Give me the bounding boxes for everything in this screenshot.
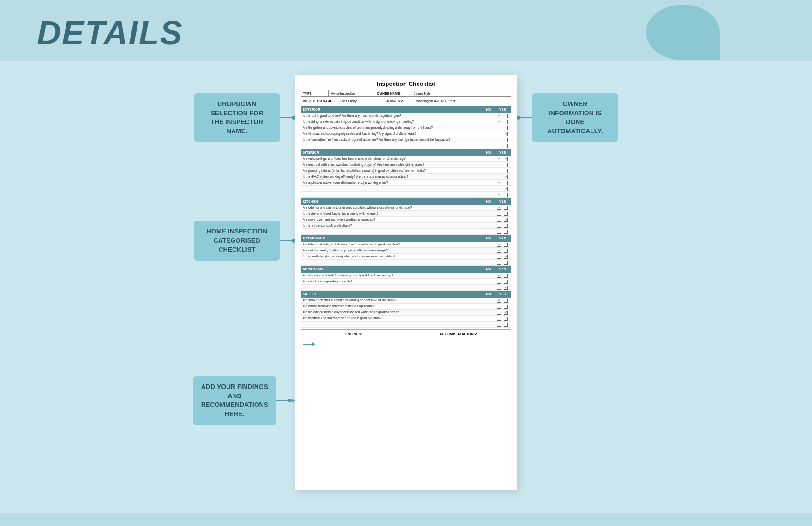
- owner-label: OWNER NAME:: [375, 90, 412, 96]
- yes-checkbox[interactable]: [504, 311, 508, 315]
- check-question: Are cabinets and countertops in good con…: [303, 206, 496, 209]
- yes-checkbox[interactable]: [504, 138, 508, 142]
- check-row: Are toilets, bathtubs, and showers free …: [301, 242, 511, 248]
- no-checkbox[interactable]: [497, 157, 501, 161]
- findings-label: ADD YOUR FINDINGS AND RECOMMENDATIONS HE…: [193, 376, 276, 425]
- check-question: Are electrical outlets and switches func…: [303, 163, 496, 167]
- yes-checkbox[interactable]: [504, 206, 508, 210]
- no-checkbox[interactable]: [497, 144, 501, 148]
- no-col-header: NO: [482, 267, 496, 271]
- yes-checkbox[interactable]: [504, 249, 508, 253]
- no-checkbox[interactable]: [497, 163, 501, 167]
- no-checkbox[interactable]: [497, 132, 501, 136]
- section-header-kitchen: KITCHEN NO YES: [301, 198, 511, 205]
- yes-checkbox[interactable]: [504, 181, 508, 185]
- section-name: BEDROOMS: [303, 267, 482, 271]
- yes-checkbox[interactable]: [504, 274, 508, 278]
- header-decoration: [646, 5, 720, 60]
- check-row: [301, 285, 511, 291]
- no-checkbox[interactable]: [497, 175, 501, 179]
- yes-checkbox[interactable]: [504, 175, 508, 179]
- check-question: Are appliances (stove, oven, dishwasher,…: [303, 181, 496, 185]
- yes-checkbox[interactable]: [504, 317, 508, 321]
- arrow-findings: [292, 398, 295, 403]
- no-checkbox[interactable]: [497, 317, 501, 321]
- no-checkbox[interactable]: [497, 261, 501, 265]
- no-checkbox[interactable]: [497, 280, 501, 284]
- no-checkbox[interactable]: [497, 243, 501, 247]
- no-checkbox[interactable]: [497, 187, 501, 191]
- yes-checkbox[interactable]: [504, 261, 508, 265]
- no-checkbox[interactable]: [497, 138, 501, 142]
- no-checkbox[interactable]: [497, 323, 501, 327]
- doc-title: Inspection Checklist: [301, 80, 511, 87]
- connector-line2: [280, 240, 292, 241]
- no-checkbox[interactable]: [497, 255, 501, 259]
- findings-cell: FINDINGS:: [301, 330, 406, 364]
- no-checkbox[interactable]: [497, 120, 501, 124]
- check-row: Is the refrigerator cooling effectively?: [301, 223, 511, 229]
- no-checkbox[interactable]: [497, 311, 501, 315]
- yes-checkbox[interactable]: [504, 157, 508, 161]
- section-header-bedrooms: BEDROOMS NO YES: [301, 266, 511, 273]
- address-label: ADDRESS:: [384, 98, 414, 104]
- yes-checkbox[interactable]: [504, 323, 508, 327]
- no-checkbox[interactable]: [497, 212, 501, 216]
- no-checkbox[interactable]: [497, 286, 501, 290]
- dropdown-label: DROPDOWN SELECTION FOR THE INSPECTOR NAM…: [194, 93, 280, 142]
- no-checkbox[interactable]: [497, 305, 501, 309]
- check-question: Is the refrigerator cooling effectively?: [303, 224, 496, 227]
- recommendations-header: RECOMMENDATIONS:: [408, 332, 509, 337]
- yes-checkbox[interactable]: [504, 218, 508, 222]
- no-checkbox[interactable]: [497, 274, 501, 278]
- no-checkbox[interactable]: [497, 193, 501, 197]
- no-checkbox[interactable]: [497, 181, 501, 185]
- check-question: Are windows and blinds functioning prope…: [303, 274, 496, 277]
- yes-checkbox[interactable]: [504, 255, 508, 259]
- check-row: Is the ventilation (fan, window) adequat…: [301, 254, 511, 260]
- type-label: TYPE:: [301, 90, 329, 96]
- no-checkbox[interactable]: [497, 224, 501, 228]
- right-line: [520, 117, 532, 118]
- no-checkbox[interactable]: [497, 218, 501, 222]
- yes-checkbox[interactable]: [504, 212, 508, 216]
- check-question: Are stove, oven, and microwave working a…: [303, 218, 496, 221]
- no-checkbox[interactable]: [497, 114, 501, 118]
- yes-checkbox[interactable]: [504, 224, 508, 228]
- yes-checkbox[interactable]: [504, 144, 508, 148]
- yes-checkbox[interactable]: [504, 114, 508, 118]
- yes-checkbox[interactable]: [504, 132, 508, 136]
- inspector-value: Faith Lucky: [338, 98, 384, 104]
- check-question: Are handrails and staircases secure and …: [303, 317, 496, 320]
- yes-checkbox[interactable]: [504, 193, 508, 197]
- check-row: Are cabinets and countertops in good con…: [301, 205, 511, 211]
- yes-checkbox[interactable]: [504, 187, 508, 191]
- yes-checkbox[interactable]: [504, 230, 508, 234]
- check-row: Is the sink and faucet functioning prope…: [301, 211, 511, 217]
- yes-checkbox[interactable]: [504, 280, 508, 284]
- check-row: [301, 229, 511, 235]
- connector-dot3: [288, 399, 292, 402]
- no-checkbox[interactable]: [497, 206, 501, 210]
- categorised-label: HOME INSPECTION CATEGORISED CHECKLIST: [194, 221, 280, 261]
- no-checkbox[interactable]: [497, 299, 501, 303]
- yes-col-header: YES: [496, 150, 509, 155]
- check-row: Are appliances (stove, oven, dishwasher,…: [301, 180, 511, 186]
- check-row: Is the HVAC system working efficiently? …: [301, 174, 511, 180]
- yes-checkbox[interactable]: [504, 163, 508, 167]
- no-checkbox[interactable]: [497, 169, 501, 173]
- check-row: Are windows and doors properly sealed an…: [301, 131, 511, 137]
- no-checkbox[interactable]: [497, 230, 501, 234]
- no-checkbox[interactable]: [497, 126, 501, 130]
- check-question: Is the HVAC system working efficiently? …: [303, 175, 496, 179]
- yes-checkbox[interactable]: [504, 169, 508, 173]
- yes-checkbox[interactable]: [504, 120, 508, 124]
- no-checkbox[interactable]: [497, 249, 501, 253]
- yes-checkbox[interactable]: [504, 126, 508, 130]
- yes-checkbox[interactable]: [504, 299, 508, 303]
- yes-checkbox[interactable]: [504, 243, 508, 247]
- yes-checkbox[interactable]: [504, 286, 508, 290]
- check-question: Is the sink and faucet functioning prope…: [303, 212, 496, 215]
- yes-checkbox[interactable]: [504, 305, 508, 309]
- no-col-header: NO: [482, 292, 496, 296]
